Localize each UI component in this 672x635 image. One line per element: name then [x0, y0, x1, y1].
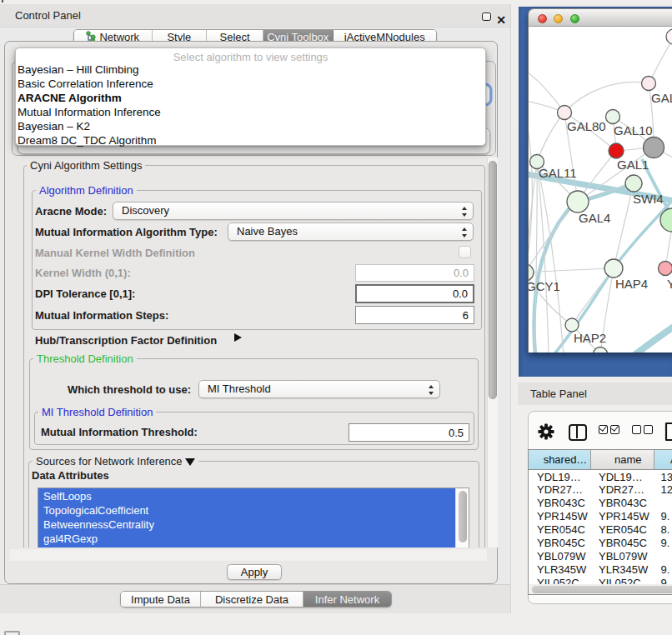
network-node-label: SWI4 — [633, 192, 664, 206]
mi-steps-field[interactable]: 6 — [355, 306, 474, 324]
network-node[interactable] — [567, 191, 589, 212]
network-node[interactable] — [604, 259, 623, 278]
tab-label: Discretize Data — [215, 593, 288, 606]
float-window-icon[interactable] — [482, 12, 491, 21]
attributes-scrollbar[interactable] — [455, 488, 469, 548]
table-cell: YER054C — [529, 523, 591, 537]
table-row[interactable]: YDR27… YDR27… 12 — [529, 483, 672, 497]
table-row[interactable]: YER054C YER054C 8. — [529, 523, 672, 537]
settings-vertical-scrollbar-thumb[interactable] — [489, 161, 497, 399]
column-header[interactable]: name — [591, 450, 654, 469]
network-node[interactable] — [625, 175, 642, 192]
network-edge[interactable] — [537, 162, 564, 352]
table-cell: YPR145W — [529, 510, 591, 523]
table-row[interactable]: YPR145W YPR145W 9. — [529, 510, 672, 523]
apply-button[interactable]: Apply — [227, 564, 282, 580]
network-node[interactable] — [644, 138, 664, 158]
settings-horizontal-scrollbar[interactable] — [10, 549, 487, 561]
top-edge-tick — [2, 0, 3, 2]
table-row[interactable]: YBL079W YBL079W — [529, 550, 672, 563]
kernel-width-label: Kernel Width (0,1): — [35, 267, 131, 279]
mi-threshold-definition-title: MI Threshold Definition — [38, 406, 156, 418]
network-edge[interactable] — [572, 268, 614, 325]
network-node[interactable] — [558, 106, 572, 120]
network-desktop: GALGAL80GAL10GAL1GAL11SWI4GAL4GCY1HAP4YH… — [519, 7, 672, 377]
dropdown-item[interactable]: ARACNE Algorithm — [18, 91, 484, 105]
network-window-titlebar[interactable] — [529, 9, 672, 27]
table-cell — [654, 497, 672, 510]
table-cell: YBL079W — [591, 550, 654, 563]
dpi-tolerance-label: DPI Tolerance [0,1]: — [35, 288, 135, 300]
table-row[interactable]: YBR045C YBR045C 9. — [529, 537, 672, 550]
table-cell: YBR043C — [591, 497, 654, 510]
node-table-rows: YDL19… YDL19… 13 YDR27… YDR27… 12 YBR043… — [529, 471, 672, 590]
cyni-mode-tab[interactable]: Impute Data — [121, 592, 201, 607]
attribute-item[interactable]: BetweennessCentrality — [38, 518, 456, 532]
checked-columns-icon[interactable] — [599, 425, 619, 434]
network-edge[interactable] — [537, 112, 564, 162]
network-node[interactable] — [609, 143, 624, 158]
bottom-left-button[interactable] — [4, 631, 20, 635]
network-canvas[interactable]: GALGAL80GAL10GAL1GAL11SWI4GAL4GCY1HAP4YH… — [529, 27, 672, 352]
mi-threshold-field[interactable]: 0.5 — [349, 423, 469, 442]
dropdown-item[interactable]: Bayesian – K2 — [18, 119, 484, 133]
network-node[interactable] — [594, 348, 608, 353]
aracne-mode-combobox[interactable]: Discovery — [113, 202, 474, 220]
manual-kernel-label: Manual Kernel Width Definition — [35, 247, 195, 259]
zoom-traffic-light-icon[interactable] — [570, 14, 579, 23]
dropdown-item[interactable]: Dream8 DC_TDC Algorithm — [18, 133, 484, 148]
mi-type-combobox[interactable]: Naive Bayes — [228, 222, 474, 241]
network-node[interactable] — [565, 318, 579, 332]
network-edge[interactable] — [627, 327, 672, 352]
control-panel-footer: Impute Data Discretize Data Infer Networ… — [0, 584, 510, 613]
kernel-width-field[interactable]: 0.0 — [355, 264, 474, 282]
close-icon[interactable]: ✕ — [495, 13, 507, 27]
network-edge[interactable] — [529, 118, 532, 272]
table-row[interactable]: YBR043C YBR043C — [529, 497, 672, 510]
cyni-mode-tab[interactable]: Discretize Data — [201, 592, 303, 607]
attribute-item[interactable]: TopologicalCoefficient — [38, 503, 456, 518]
minimize-traffic-light-icon[interactable] — [554, 14, 563, 23]
stepper-arrows-icon — [462, 207, 467, 217]
close-traffic-light-icon[interactable] — [538, 14, 547, 23]
data-attributes-list[interactable]: SelfLoops TopologicalCoefficient Between… — [38, 488, 469, 548]
page-icon[interactable] — [664, 422, 672, 442]
network-node[interactable] — [529, 264, 534, 281]
control-panel-window: Control Panel ✕ Network — [0, 4, 511, 613]
network-node-label: GAL10 — [614, 123, 653, 138]
network-node[interactable] — [659, 262, 672, 276]
dropdown-item[interactable]: Mutual Information Inference — [18, 105, 484, 119]
attributes-scrollbar-thumb[interactable] — [459, 491, 467, 542]
network-node-label: GAL — [651, 91, 672, 105]
network-node-label: HAP4 — [615, 277, 648, 291]
table-row[interactable]: YDL19… YDL19… 13 — [529, 471, 672, 484]
gear-icon[interactable] — [538, 423, 554, 440]
dpi-tolerance-field[interactable]: 0.0 — [355, 284, 474, 303]
table-horizontal-scrollbar[interactable] — [529, 584, 672, 594]
dropdown-item[interactable]: Bayesian – Hill Climbing — [18, 62, 484, 77]
column-header[interactable]: shared… — [529, 450, 591, 469]
network-node[interactable] — [642, 77, 656, 91]
which-threshold-combobox[interactable]: MI Threshold — [198, 380, 440, 398]
table-row[interactable]: YLR345W YLR345W 9. — [529, 563, 672, 577]
disclosure-right-icon[interactable] — [234, 333, 242, 342]
attribute-item[interactable]: gal4RGexp — [38, 532, 456, 546]
network-canvas-svg: GALGAL80GAL10GAL1GAL11SWI4GAL4GCY1HAP4YH… — [529, 27, 672, 352]
table-cell: 8. — [654, 523, 672, 537]
table-cell: YPR145W — [591, 510, 654, 523]
unchecked-columns-icon[interactable] — [632, 425, 653, 434]
network-node[interactable] — [606, 110, 620, 124]
network-node-label: GAL4 — [579, 211, 610, 225]
column-header[interactable]: A — [654, 450, 672, 469]
dropdown-item[interactable]: Basic Correlation Inference — [18, 77, 484, 91]
table-cell — [654, 550, 672, 563]
network-node[interactable] — [666, 29, 672, 44]
table-horizontal-scrollbar-thumb[interactable] — [532, 586, 672, 593]
manual-kernel-checkbox[interactable] — [459, 246, 471, 258]
split-view-icon[interactable] — [569, 424, 587, 441]
attribute-item[interactable]: SelfLoops — [38, 489, 456, 503]
network-edge[interactable] — [564, 82, 649, 112]
disclosure-down-icon[interactable] — [185, 458, 195, 466]
network-node-label: GAL11 — [539, 166, 577, 180]
cyni-mode-tab[interactable]: Infer Network — [303, 592, 391, 607]
